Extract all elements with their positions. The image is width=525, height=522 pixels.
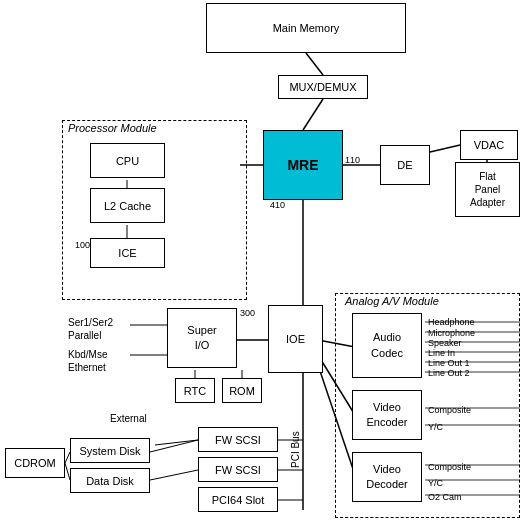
svg-line-3	[430, 145, 460, 152]
pci64-slot-label: PCI64 Slot	[212, 494, 265, 506]
main-memory-box: Main Memory	[206, 3, 406, 53]
pci-bus-label: PCI Bus	[290, 410, 301, 490]
composite1-label: Composite	[428, 405, 471, 415]
data-disk-label: Data Disk	[86, 475, 134, 487]
analog-av-module-label: Analog A/V Module	[345, 295, 439, 307]
data-disk-box: Data Disk	[70, 468, 150, 493]
mux-demux-box: MUX/DEMUX	[278, 75, 368, 99]
svg-line-18	[150, 470, 198, 480]
flat-panel-label: Flat Panel Adapter	[470, 170, 505, 209]
mux-demux-label: MUX/DEMUX	[289, 81, 356, 93]
line-out1-label: Line Out 1	[428, 358, 470, 368]
system-disk-label: System Disk	[79, 445, 140, 457]
main-memory-label: Main Memory	[273, 22, 340, 34]
yc1-label: Y/C	[428, 422, 443, 432]
speaker-label: Speaker	[428, 338, 462, 348]
headphone-label: Headphone	[428, 317, 475, 327]
cdrom-label: CDROM	[14, 457, 56, 469]
bus-300-label: 300	[240, 308, 255, 318]
ioe-label: IOE	[286, 333, 305, 345]
video-encoder-label: Video Encoder	[367, 400, 408, 431]
fw-scsi-2-box: FW SCSI	[198, 457, 278, 482]
rtc-box: RTC	[175, 378, 215, 403]
fw-scsi-2-label: FW SCSI	[215, 464, 261, 476]
bus-110-label: 110	[345, 155, 360, 165]
l2-cache-label: L2 Cache	[104, 200, 151, 212]
super-io-label: Super I/O	[187, 323, 216, 354]
fw-scsi-1-label: FW SCSI	[215, 434, 261, 446]
processor-module-label: Processor Module	[68, 122, 157, 134]
external-label: External	[110, 413, 147, 424]
vdac-box: VDAC	[460, 130, 518, 160]
flat-panel-box: Flat Panel Adapter	[455, 162, 520, 217]
rom-label: ROM	[229, 385, 255, 397]
de-label: DE	[397, 159, 412, 171]
mre-box: MRE	[263, 130, 343, 200]
audio-codec-label: Audio Codec	[371, 330, 403, 361]
rom-box: ROM	[222, 378, 262, 403]
o2-cam-label: O2 Cam	[428, 492, 462, 502]
de-box: DE	[380, 145, 430, 185]
cpu-box: CPU	[90, 143, 165, 178]
yc2-label: Y/C	[428, 478, 443, 488]
system-disk-box: System Disk	[70, 438, 150, 463]
video-decoder-box: Video Decoder	[352, 452, 422, 502]
fw-scsi-1-box: FW SCSI	[198, 427, 278, 452]
video-encoder-box: Video Encoder	[352, 390, 422, 440]
audio-codec-box: Audio Codec	[352, 313, 422, 378]
svg-line-0	[306, 53, 323, 75]
composite2-label: Composite	[428, 462, 471, 472]
rtc-label: RTC	[184, 385, 206, 397]
ser1-ser2-label: Ser1/Ser2 Parallel	[68, 316, 153, 342]
svg-line-36	[155, 440, 198, 445]
ioe-box: IOE	[268, 305, 323, 373]
ice-label: ICE	[118, 247, 136, 259]
line-in-label: Line In	[428, 348, 455, 358]
cpu-label: CPU	[116, 155, 139, 167]
super-io-box: Super I/O	[167, 308, 237, 368]
bus-100-label: 100	[75, 240, 90, 250]
ice-box: ICE	[90, 238, 165, 268]
cdrom-box: CDROM	[5, 448, 65, 478]
pci64-slot-box: PCI64 Slot	[198, 487, 278, 512]
kbd-mse-label: Kbd/Mse Ethernet	[68, 348, 158, 374]
system-diagram: Main Memory MUX/DEMUX MRE 410 DE 110 VDA…	[0, 0, 525, 522]
l2-cache-box: L2 Cache	[90, 188, 165, 223]
svg-line-1	[303, 99, 323, 130]
mre-label: MRE	[287, 157, 318, 173]
vdac-label: VDAC	[474, 139, 505, 151]
microphone-label: Microphone	[428, 328, 475, 338]
svg-line-17	[150, 440, 198, 452]
bus-410-label: 410	[270, 200, 285, 210]
video-decoder-label: Video Decoder	[366, 462, 408, 493]
line-out2-label: Line Out 2	[428, 368, 470, 378]
